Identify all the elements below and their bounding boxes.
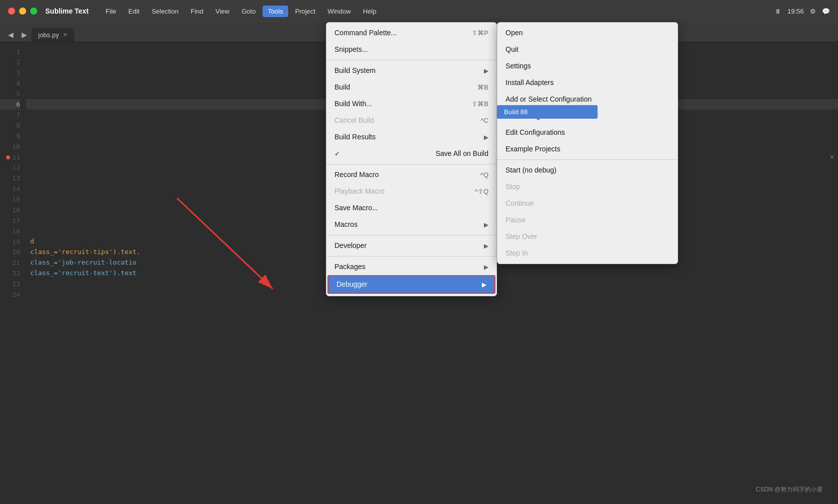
example-projects-label: Example Projects [506, 144, 560, 154]
macros-label: Macros [334, 219, 358, 230]
minimize-button[interactable] [19, 8, 26, 15]
pause-icon: ⏸ [775, 8, 781, 15]
submenu-start-no-debug[interactable]: Start (no debug) [497, 162, 678, 179]
menu-file[interactable]: File [101, 6, 121, 17]
menu-command-palette[interactable]: Command Palette... ⇧⌘P [326, 25, 496, 41]
snippets-label: Snippets... [334, 44, 368, 55]
menu-macros[interactable]: Macros ▶ [326, 216, 496, 233]
line-num-20: 20 [0, 247, 20, 258]
social-icon: 💬 [822, 8, 830, 15]
save-all-checkmark: ✓ [334, 149, 340, 159]
line-num-21: 21 [0, 258, 20, 268]
tab-nav-back[interactable]: ◀ [4, 28, 18, 42]
submenu-example-projects[interactable]: Example Projects [497, 141, 678, 157]
separator-2 [326, 164, 496, 164]
submenu-quit[interactable]: Quit [497, 41, 678, 58]
maximize-button[interactable] [30, 8, 37, 15]
start-no-debug-label: Start (no debug) [506, 165, 556, 176]
menu-snippets[interactable]: Snippets... [326, 41, 496, 58]
submenu-step-over[interactable]: Step Over [497, 228, 678, 245]
line-num-1: 1 [0, 46, 20, 57]
menu-save-all-on-build[interactable]: ✓ Save All on Build [326, 145, 496, 162]
line-11-close: ✕ [830, 152, 834, 162]
build-with-shortcut: ⇧⌘B [472, 99, 488, 109]
step-over-label: Step Over [506, 231, 537, 242]
submenu-edit-configs[interactable]: Edit Configurations [497, 124, 678, 141]
submenu-add-config[interactable]: Add Configuration [497, 108, 678, 124]
menu-edit[interactable]: Edit [123, 6, 144, 17]
close-button[interactable] [8, 8, 15, 15]
traffic-lights [8, 8, 37, 15]
menu-build-system[interactable]: Build System ▶ [326, 62, 496, 79]
menu-selection[interactable]: Selection [146, 6, 183, 17]
line-num-6-active: 6 [0, 99, 20, 110]
build-results-arrow: ▶ [484, 133, 488, 142]
save-macro-label: Save Macro... [334, 203, 378, 213]
line-num-4: 4 [0, 78, 20, 89]
line-num-7: 7 [0, 110, 20, 120]
playback-macro-shortcut: ^⇧Q [475, 187, 488, 197]
line-num-22: 22 [0, 268, 20, 279]
code-text-19: d [30, 237, 34, 245]
menu-cancel-build[interactable]: Cancel Build ^C [326, 112, 496, 129]
line-num-16: 16 [0, 205, 20, 215]
tab-close-button[interactable]: ✕ [63, 32, 67, 38]
submenu-stop[interactable]: Stop [497, 179, 678, 195]
menu-packages[interactable]: Packages ▶ [326, 259, 496, 275]
submenu-add-or-select-config[interactable]: Add or Select Configuration [497, 91, 678, 108]
line-num-18: 18 [0, 226, 20, 236]
add-or-select-config-label: Add or Select Configuration [506, 94, 592, 105]
pause-label: Pause [506, 215, 526, 225]
add-config-label: Add Configuration [506, 111, 562, 121]
menu-tools[interactable]: Tools [263, 6, 288, 17]
menu-build[interactable]: Build ⌘B [326, 79, 496, 96]
macros-arrow: ▶ [484, 220, 488, 229]
menu-build-with[interactable]: Build With... ⇧⌘B [326, 96, 496, 112]
quit-label: Quit [506, 44, 519, 55]
tab-nav-forward[interactable]: ▶ [18, 28, 31, 42]
submenu-step-in[interactable]: Step In [497, 245, 678, 262]
build-results-label: Build Results [334, 132, 376, 142]
menu-developer[interactable]: Developer ▶ [326, 237, 496, 254]
menu-view[interactable]: View [210, 6, 234, 17]
tools-dropdown-menu: Command Palette... ⇧⌘P Snippets... Build… [326, 22, 497, 296]
settings-icon[interactable]: ⚙ [810, 8, 816, 15]
menu-build-results[interactable]: Build Results ▶ [326, 129, 496, 145]
menu-project[interactable]: Project [290, 6, 320, 17]
line-numbers: 1 2 3 4 5 6 7 8 9 10 11 12 13 14 15 16 1… [0, 42, 26, 504]
submenu-separator-1 [497, 159, 678, 160]
submenu-settings[interactable]: Settings [497, 58, 678, 74]
submenu-open[interactable]: Open [497, 25, 678, 41]
menu-window[interactable]: Window [322, 6, 356, 17]
code-text-20: class_='recruit-tips').text. [30, 248, 140, 256]
menu-help[interactable]: Help [358, 6, 381, 17]
app-name: Sublime Text [45, 7, 89, 15]
title-bar: Sublime Text File Edit Selection Find Vi… [0, 0, 838, 22]
menu-record-macro[interactable]: Record Macro ^Q [326, 166, 496, 183]
build-with-label: Build With... [334, 99, 372, 109]
line-num-14: 14 [0, 184, 20, 194]
edit-configs-label: Edit Configurations [506, 127, 565, 138]
build-system-label: Build System [334, 65, 376, 76]
menu-find[interactable]: Find [186, 6, 208, 17]
debugger-label: Debugger [337, 279, 368, 290]
build-shortcut: ⌘B [477, 82, 488, 93]
line-num-2: 2 [0, 57, 20, 67]
menu-playback-macro[interactable]: Playback Macro ^⇧Q [326, 183, 496, 200]
submenu-install-adapters[interactable]: Install Adapters [497, 74, 678, 91]
submenu-pause[interactable]: Pause [497, 212, 678, 228]
menu-debugger[interactable]: Debugger ▶ [327, 275, 495, 294]
build-system-arrow: ▶ [484, 66, 488, 75]
settings-label: Settings [506, 61, 531, 71]
tab-jobs-py[interactable]: jobs.py ✕ [31, 28, 74, 42]
packages-arrow: ▶ [484, 263, 488, 272]
line-num-17: 17 [0, 215, 20, 226]
submenu-continue[interactable]: Continue [497, 195, 678, 212]
menu-goto[interactable]: Goto [236, 6, 261, 17]
save-all-label: Save All on Build [436, 148, 488, 159]
playback-macro-label: Playback Macro [334, 186, 385, 197]
menu-save-macro[interactable]: Save Macro... [326, 200, 496, 216]
line-num-9: 9 [0, 131, 20, 141]
cancel-build-shortcut: ^C [481, 116, 489, 126]
cancel-build-label: Cancel Build [334, 115, 374, 126]
